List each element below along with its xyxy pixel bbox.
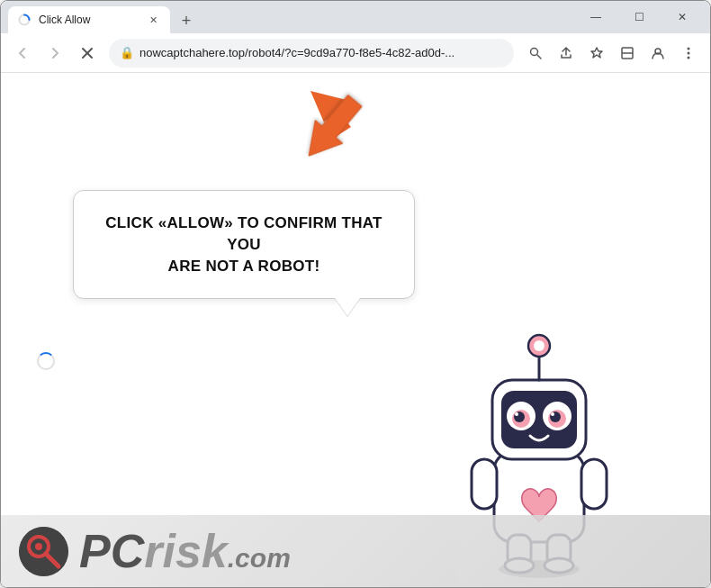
svg-point-35 xyxy=(534,340,544,351)
forward-button[interactable] xyxy=(40,39,69,68)
svg-point-32 xyxy=(551,412,554,416)
svg-rect-18 xyxy=(581,459,607,509)
address-text: nowcaptchahere.top/robot4/?c=9cd9a770-f8… xyxy=(140,46,503,59)
title-bar: Click Allow ✕ + — ☐ ✕ xyxy=(1,1,710,33)
new-tab-button[interactable]: + xyxy=(174,8,199,33)
svg-point-11 xyxy=(688,56,690,59)
address-bar[interactable]: 🔒 nowcaptchahere.top/robot4/?c=9cd9a770-… xyxy=(109,39,514,68)
active-tab[interactable]: Click Allow ✕ xyxy=(8,6,170,33)
window-controls: — ☐ ✕ xyxy=(575,1,703,33)
tab-favicon xyxy=(17,13,32,27)
bookmark-icon-button[interactable] xyxy=(582,39,611,68)
maximize-button[interactable]: ☐ xyxy=(618,1,660,33)
search-icon-button[interactable] xyxy=(521,39,550,68)
pcrisk-pc: PC xyxy=(79,528,144,574)
svg-point-10 xyxy=(688,51,690,54)
spinner-circle xyxy=(37,352,55,370)
speech-bubble: CLICK «ALLOW» TO CONFIRM THAT YOU ARE NO… xyxy=(73,190,415,299)
svg-point-28 xyxy=(515,412,518,416)
pcrisk-dotcom: .com xyxy=(228,545,291,572)
extensions-icon-button[interactable] xyxy=(613,39,642,68)
svg-line-4 xyxy=(537,55,541,59)
toolbar: 🔒 nowcaptchahere.top/robot4/?c=9cd9a770-… xyxy=(1,33,710,73)
toolbar-icons xyxy=(521,39,703,68)
arrow-indicator xyxy=(284,80,382,178)
tab-title: Click Allow xyxy=(39,14,138,26)
bubble-text: CLICK «ALLOW» TO CONFIRM THAT YOU ARE NO… xyxy=(101,213,387,276)
close-button[interactable]: ✕ xyxy=(662,1,703,33)
svg-point-39 xyxy=(35,543,42,550)
reload-button[interactable] xyxy=(73,39,102,68)
browser-window: Click Allow ✕ + — ☐ ✕ 🔒 nowcaptchahere.t… xyxy=(0,0,711,588)
back-button[interactable] xyxy=(8,39,37,68)
pcrisk-brand: PC risk .com xyxy=(79,528,291,574)
pcrisk-logo-icon xyxy=(19,527,68,576)
svg-point-3 xyxy=(531,48,538,55)
pcrisk-risk: risk xyxy=(144,528,228,574)
tab-close-button[interactable]: ✕ xyxy=(145,12,161,28)
page-content: CLICK «ALLOW» TO CONFIRM THAT YOU ARE NO… xyxy=(1,73,710,587)
svg-point-36 xyxy=(19,527,68,576)
menu-icon-button[interactable] xyxy=(674,39,703,68)
share-icon-button[interactable] xyxy=(552,39,580,68)
tab-strip: Click Allow ✕ + xyxy=(8,1,575,33)
lock-icon: 🔒 xyxy=(120,46,134,59)
minimize-button[interactable]: — xyxy=(575,1,616,33)
pcrisk-watermark: PC risk .com xyxy=(1,515,710,587)
svg-rect-17 xyxy=(472,459,497,509)
loading-spinner xyxy=(37,352,55,370)
profile-icon-button[interactable] xyxy=(644,39,672,68)
svg-marker-5 xyxy=(591,48,602,58)
svg-point-9 xyxy=(688,47,690,50)
